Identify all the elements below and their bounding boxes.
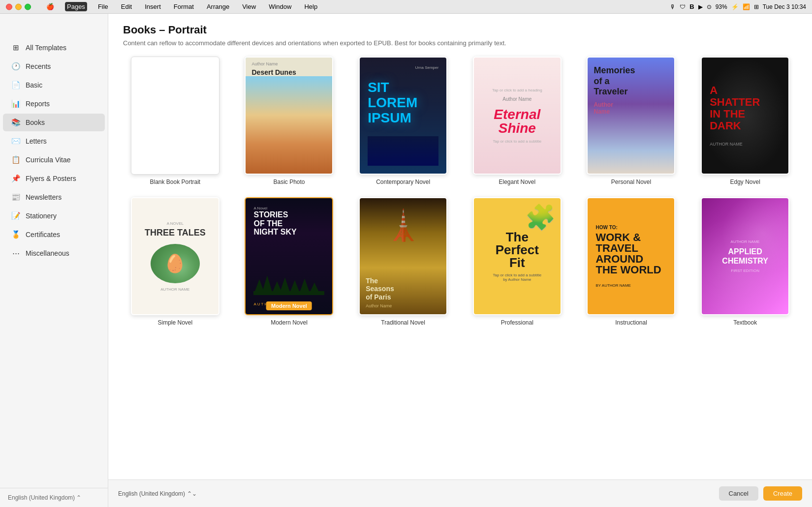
sidebar-item-certificates[interactable]: 🏅 Certificates (3, 226, 105, 243)
certificates-icon: 🏅 (11, 230, 21, 239)
language-label: English (United Kingdom) (8, 494, 75, 501)
recents-icon: 🕐 (11, 61, 21, 71)
sidebar-label-letters: Letters (26, 137, 47, 145)
microphone-icon: 🎙 (670, 3, 676, 10)
template-traditional-novel[interactable]: 🗼 TheSeasonsof Paris Author Name Traditi… (351, 197, 455, 326)
close-button[interactable] (6, 3, 12, 10)
menu-edit[interactable]: Edit (119, 2, 134, 11)
sidebar-item-curricula-vitae[interactable]: 📋 Curricula Vitae (3, 151, 105, 169)
template-label-professional: Professional (501, 319, 533, 326)
sidebar-item-reports[interactable]: 📊 Reports (3, 95, 105, 113)
menu-help[interactable]: Help (302, 2, 319, 11)
sidebar-label-cv: Curricula Vitae (26, 156, 71, 164)
maximize-button[interactable] (25, 3, 31, 10)
sidebar-item-basic[interactable]: 📄 Basic (3, 76, 105, 94)
template-label-basic-photo: Basic Photo (273, 179, 305, 185)
sidebar-label-stationery: Stationery (26, 212, 57, 220)
sidebar-item-all-templates[interactable]: ⊞ All Templates (3, 39, 105, 57)
sidebar-item-letters[interactable]: ✉️ Letters (3, 132, 105, 150)
template-label-instructional: Instructional (615, 319, 647, 326)
template-thumb-professional: 🧩 ThePerfectFit Tap or click to add a su… (473, 197, 562, 315)
sidebar-item-stationery[interactable]: 📝 Stationery (3, 207, 105, 225)
sidebar-item-books[interactable]: 📚 Books (3, 114, 105, 131)
cv-icon: 📋 (11, 155, 21, 165)
all-templates-icon: ⊞ (11, 43, 21, 53)
datetime: Tue Dec 3 10:34 (763, 3, 806, 10)
template-blank-book-portrait[interactable]: Blank Book Portrait (123, 57, 227, 185)
night-trees-svg (253, 268, 324, 298)
template-edgy-novel[interactable]: ASHATTERIN THEDARK AUTHOR NAME Edgy Nove… (693, 57, 797, 185)
cancel-button[interactable]: Cancel (719, 486, 758, 501)
language-footer[interactable]: English (United Kingdom) ⌃⌄ (118, 490, 197, 497)
template-simple-novel[interactable]: A NOVEL THREE TALES 🥚 AUTHOR NAME Simple… (123, 197, 227, 326)
template-label-blank: Blank Book Portrait (150, 179, 200, 185)
menu-pages[interactable]: Pages (65, 2, 87, 11)
create-button[interactable]: Create (763, 486, 802, 501)
letters-icon: ✉️ (11, 136, 21, 146)
sidebar-label-all-templates: All Templates (26, 44, 66, 52)
minimize-button[interactable] (15, 3, 22, 10)
language-bottom-label: English (United Kingdom) (118, 490, 185, 497)
sidebar-item-newsletters[interactable]: 📰 Newsletters (3, 188, 105, 206)
menu-view[interactable]: View (240, 2, 258, 11)
template-professional[interactable]: 🧩 ThePerfectFit Tap or click to add a su… (465, 197, 569, 326)
play-icon: ▶ (698, 3, 703, 10)
template-personal-novel[interactable]: Memoriesof aTraveler AuthorName Personal… (579, 57, 684, 185)
flyers-icon: 📌 (11, 174, 21, 183)
template-contemporary-novel[interactable]: Urna Semper SITLOREMIPSUM Contemporary N… (351, 57, 455, 185)
menu-window[interactable]: Window (267, 2, 293, 11)
template-label-contemporary: Contemporary Novel (376, 179, 430, 185)
sidebar-label-flyers: Flyers & Posters (26, 175, 76, 182)
template-modern-novel[interactable]: A Novel STORIESOF THENIGHT SKY (237, 197, 342, 326)
template-elegant-novel[interactable]: Tap or click to add a heading Author Nam… (465, 57, 569, 185)
template-thumb-contemporary: Urna Semper SITLOREMIPSUM (359, 57, 447, 175)
templates-grid-container[interactable]: Blank Book Portrait Author Name Desert D… (108, 52, 812, 479)
control-center-icon: ⊞ (754, 3, 759, 10)
vpn-icon: 🛡 (680, 3, 686, 10)
basic-icon: 📄 (11, 80, 21, 90)
newsletters-icon: 📰 (11, 192, 21, 202)
sidebar-label-misc: Miscellaneous (26, 249, 69, 257)
menubar-right: 🎙 🛡 B ▶ ⊙ 93% ⚡ 📶 ⊞ Tue Dec 3 10:34 (670, 3, 806, 10)
menu-arrange[interactable]: Arrange (205, 2, 231, 11)
menu-file[interactable]: File (96, 2, 110, 11)
sidebar-label-certificates: Certificates (26, 231, 60, 239)
template-thumb-basic-photo: Author Name Desert Dunes (245, 57, 333, 175)
svg-rect-7 (253, 291, 324, 295)
main-content: Books – Portrait Content can reflow to a… (108, 14, 812, 507)
page-title: Books – Portrait (123, 24, 797, 36)
stationery-icon: 📝 (11, 211, 21, 221)
template-label-elegant: Elegant Novel (499, 179, 535, 185)
wifi-icon: 📶 (743, 3, 750, 10)
sidebar-item-recents[interactable]: 🕐 Recents (3, 58, 105, 75)
content-header: Books – Portrait Content can reflow to a… (108, 14, 812, 52)
sidebar-item-flyers-posters[interactable]: 📌 Flyers & Posters (3, 170, 105, 187)
templates-grid: Blank Book Portrait Author Name Desert D… (123, 57, 797, 326)
reports-icon: 📊 (11, 99, 21, 109)
sidebar-label-reports: Reports (26, 100, 50, 108)
misc-icon: ⋯ (11, 248, 21, 258)
menu-insert[interactable]: Insert (143, 2, 163, 11)
bluetooth-icon: ⚡ (731, 3, 739, 10)
template-textbook[interactable]: AUTHOR NAME APPLIED CHEMISTRY FIRST EDIT… (693, 197, 797, 326)
menubar: 🍎 Pages File Edit Insert Format Arrange … (0, 0, 812, 14)
page-subtitle: Content can reflow to accommodate differ… (123, 39, 566, 47)
sidebar-label-basic: Basic (26, 81, 42, 89)
sidebar-label-recents: Recents (26, 62, 51, 70)
sidebar-label-newsletters: Newsletters (26, 193, 62, 201)
modern-novel-badge: Modern Novel (266, 301, 312, 310)
circle-icon: ⊙ (707, 3, 712, 10)
menu-format[interactable]: Format (172, 2, 196, 11)
template-label-simple: Simple Novel (157, 319, 192, 326)
template-basic-photo[interactable]: Author Name Desert Dunes Basic Photo (237, 57, 342, 185)
template-thumb-textbook: AUTHOR NAME APPLIED CHEMISTRY FIRST EDIT… (701, 197, 789, 315)
sidebar-item-miscellaneous[interactable]: ⋯ Miscellaneous (3, 244, 105, 262)
battery-label: 93% (716, 3, 727, 10)
template-instructional[interactable]: HOW TO: WORK &TRAVELAROUNDTHE WORLD BY A… (579, 197, 684, 326)
template-label-personal: Personal Novel (611, 179, 651, 185)
chevron-up-down-icon: ⌃⌄ (187, 490, 197, 497)
language-selector[interactable]: English (United Kingdom) ⌃ (0, 488, 108, 507)
template-thumb-blank (131, 57, 219, 175)
menu-apple[interactable]: 🍎 (44, 2, 56, 11)
books-icon: 📚 (11, 118, 21, 127)
